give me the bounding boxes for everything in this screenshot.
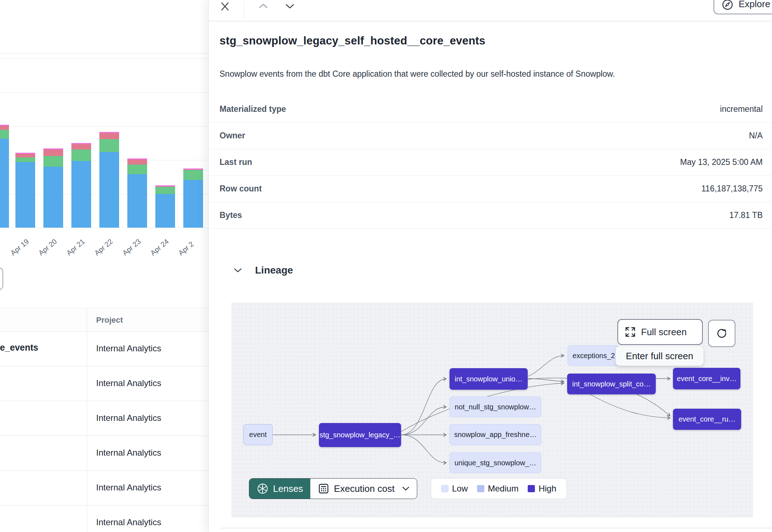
bar-apr-19-magenta[interactable] — [15, 153, 35, 154]
table-row[interactable]: Internal Analytics — [0, 436, 208, 471]
metadata-row: Row count116,187,138,775 — [209, 176, 772, 202]
bar-apr-19-green[interactable] — [15, 157, 35, 162]
refresh-button[interactable] — [708, 320, 735, 347]
bar-apr-24-pink[interactable] — [155, 186, 175, 187]
lineage-collapse-toggle[interactable] — [233, 265, 245, 275]
project-column-header: Project — [96, 315, 123, 325]
project-cell: Internal Analytics — [96, 343, 161, 353]
project-cell: Internal Analytics — [96, 517, 161, 527]
lineage-node-unique[interactable]: unique_stg_snowplow_… — [449, 452, 541, 473]
bar-apr-20-blue[interactable] — [43, 167, 63, 228]
table-row[interactable]: Internal Analytics — [0, 471, 208, 505]
chart-gridline — [0, 126, 208, 127]
bar-apr-22-green[interactable] — [99, 139, 119, 152]
bar-apr-21-magenta[interactable] — [71, 143, 91, 144]
lenses-control: Lenses Execution cost — [249, 478, 417, 499]
lineage-node-exceptions[interactable]: exceptions_2 — [568, 345, 620, 366]
bar-apr-22-magenta[interactable] — [99, 132, 119, 133]
lineage-node-int_unio[interactable]: int_snowplow_unio… — [449, 368, 528, 390]
clipped-filter-pill[interactable] — [0, 267, 3, 290]
metadata-value: May 13, 2025 5:00 AM — [680, 157, 763, 167]
bar-apr-19-blue[interactable] — [15, 162, 35, 228]
bar-apr-23-pink[interactable] — [127, 160, 147, 165]
aperture-icon — [256, 483, 269, 495]
table-row[interactable]: re_eventsInternal Analytics — [0, 332, 208, 366]
legend-label: Low — [452, 484, 468, 494]
legend-swatch — [477, 485, 484, 492]
metadata-label: Owner — [220, 131, 245, 141]
next-item-button[interactable] — [285, 1, 297, 11]
lineage-node-ev_ru[interactable]: event_core__ru… — [673, 409, 741, 430]
explore-button-label: Explore — [739, 0, 770, 10]
drawer-topbar: Explore — [209, 0, 772, 22]
table-column-divider — [87, 308, 87, 532]
bar-apr-24-blue[interactable] — [155, 194, 175, 228]
bar-apr-18-blue[interactable] — [0, 139, 9, 228]
bar-apr-21-blue[interactable] — [71, 161, 91, 228]
fullscreen-button[interactable]: Full screen — [617, 319, 703, 345]
table-header-row: Project — [0, 308, 208, 332]
section-divider — [221, 528, 772, 528]
lineage-section-title: Lineage — [255, 265, 293, 276]
lineage-canvas[interactable]: eventstg_snowplow_legacy_…int_snowplow_u… — [231, 303, 753, 518]
metadata-label: Row count — [220, 184, 262, 194]
legend-label: Medium — [488, 484, 518, 494]
metadata-label: Materialized type — [220, 104, 286, 114]
models-table: Project re_eventsInternal AnalyticsInter… — [0, 308, 208, 532]
bar-apr-20-pink[interactable] — [43, 149, 63, 156]
cost-legend: LowMediumHigh — [431, 478, 567, 499]
table-row[interactable]: Internal Analytics — [0, 401, 208, 436]
bar-apr-25-pink[interactable] — [183, 170, 203, 170]
lineage-node-freshness[interactable]: snowplow_app_freshne… — [449, 424, 541, 445]
bar-apr-25-blue[interactable] — [183, 180, 203, 228]
bar-apr-25-magenta[interactable] — [183, 168, 203, 170]
bar-apr-25-green[interactable] — [183, 170, 203, 180]
calculator-icon — [317, 483, 330, 495]
bar-apr-23-magenta[interactable] — [127, 158, 147, 160]
lineage-node-int_split[interactable]: int_snowplow_split_co… — [567, 374, 656, 394]
bar-apr-22-pink[interactable] — [99, 133, 119, 139]
lineage-node-not_null[interactable]: not_null_stg_snowplow… — [449, 396, 541, 417]
bar-apr-19-pink[interactable] — [15, 154, 35, 157]
metadata-row: Materialized typeincremental — [209, 96, 772, 123]
x-axis-tick-label: Apr 24 — [149, 237, 170, 257]
metadata-row: OwnerN/A — [209, 123, 772, 149]
metadata-value: 116,187,138,775 — [701, 184, 763, 194]
bar-apr-24-magenta[interactable] — [155, 185, 175, 186]
compass-icon — [721, 0, 734, 10]
lenses-button[interactable]: Lenses — [249, 479, 310, 499]
chart-gridline — [0, 53, 208, 53]
legend-swatch — [528, 485, 535, 492]
metadata-row: Bytes17.81 TB — [209, 202, 772, 229]
legend-item-medium: Medium — [477, 484, 518, 494]
table-row[interactable]: Internal Analytics — [0, 366, 208, 401]
bar-apr-23-green[interactable] — [127, 165, 147, 174]
project-cell: Internal Analytics — [96, 378, 161, 388]
bar-apr-20-magenta[interactable] — [43, 148, 63, 149]
close-button[interactable] — [220, 0, 234, 13]
close-icon — [220, 1, 234, 12]
x-axis-tick-label: Apr 20 — [37, 237, 58, 257]
explore-button[interactable]: Explore — [714, 0, 772, 14]
lineage-node-stg[interactable]: stg_snowplow_legacy_… — [319, 423, 401, 447]
bar-apr-18-green[interactable] — [0, 130, 9, 139]
previous-item-button[interactable] — [258, 1, 270, 11]
legend-swatch — [441, 485, 448, 492]
chevron-up-icon — [258, 3, 270, 10]
bar-apr-24-green[interactable] — [155, 187, 175, 194]
bar-apr-20-green[interactable] — [43, 156, 63, 167]
table-row[interactable]: Internal Analytics — [0, 505, 208, 532]
legend-item-high: High — [528, 484, 556, 494]
bar-apr-21-green[interactable] — [71, 149, 91, 161]
legend-label: High — [538, 484, 556, 494]
bar-apr-18-magenta[interactable] — [0, 125, 9, 126]
bar-apr-23-blue[interactable] — [127, 174, 147, 228]
lens-select[interactable]: Execution cost — [310, 479, 417, 499]
bar-apr-22-blue[interactable] — [99, 152, 119, 228]
chevron-down-icon — [402, 486, 410, 491]
lineage-node-event[interactable]: event — [243, 424, 273, 445]
model-details-drawer: Explore stg_snowplow_legacy_self_hosted_… — [208, 0, 772, 532]
bar-apr-21-pink[interactable] — [71, 144, 91, 149]
lineage-node-ev_inv[interactable]: event_core__inv… — [673, 368, 740, 389]
bar-apr-18-pink[interactable] — [0, 126, 9, 130]
